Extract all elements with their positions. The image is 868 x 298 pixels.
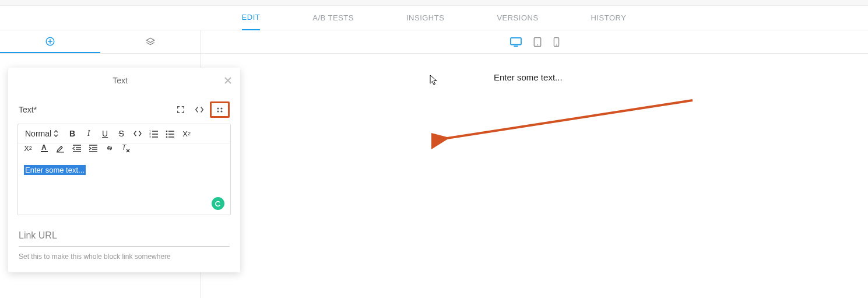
svg-rect-31 [57,152,64,153]
tab-history[interactable]: HISTORY [591,6,627,30]
clear-format-button[interactable]: T [121,143,131,153]
clear-format-icon: T [121,143,131,153]
tab-edit[interactable]: EDIT [242,6,261,30]
ordered-list-icon: 123 [149,129,159,138]
code-button[interactable] [191,103,208,117]
tab-versions[interactable]: VERSIONS [497,6,538,30]
desktop-icon [509,37,522,47]
svg-point-25 [166,134,168,135]
unordered-list-icon [166,129,175,138]
svg-text:3: 3 [149,135,151,138]
link-button[interactable] [104,144,115,152]
mobile-icon [553,37,560,47]
annotation-arrow [431,89,700,153]
strike-button[interactable]: S [116,128,126,139]
panel-close-button[interactable] [224,76,232,85]
cursor-icon [430,75,439,86]
svg-point-14 [220,107,222,109]
panel-title: Text [16,76,224,85]
svg-point-9 [556,44,556,45]
unordered-list-button[interactable] [165,128,175,139]
editor-textarea[interactable]: Enter some text... [18,156,230,215]
linkurl-help: Set this to make this whole block link s… [19,253,230,261]
device-desktop[interactable] [509,37,522,47]
select-caret-icon [53,130,59,137]
codeblock-button[interactable] [132,128,143,139]
svg-point-16 [220,110,222,112]
svg-marker-3 [146,38,154,43]
code-icon [195,106,204,114]
tab-abtests[interactable]: A/B TESTS [312,6,354,30]
indent-icon [89,144,98,152]
link-icon [105,144,114,152]
canvas-placeholder-text[interactable]: Enter some text... [494,72,563,82]
svg-text:A: A [41,143,47,152]
svg-point-27 [166,136,168,138]
format-select-label: Normal [25,129,51,138]
add-tab[interactable] [0,30,100,53]
indent-button[interactable] [88,144,99,152]
fullscreen-button[interactable] [173,103,189,117]
main-tabs: EDIT A/B TESTS INSIGHTS VERSIONS HISTORY [0,6,868,30]
grammarly-badge[interactable] [212,197,224,210]
svg-rect-30 [41,151,48,152]
rich-text-editor: Normal B I U S 123 X2 X2 A [17,124,231,215]
dots-icon [215,106,224,113]
grammarly-icon [215,200,222,207]
text-color-button[interactable]: A [39,143,50,153]
subscript-button[interactable]: X2 [181,128,192,139]
text-edit-panel: Text Text* Normal B I U S [8,68,240,272]
tablet-icon [533,37,542,47]
ordered-list-button[interactable]: 123 [149,128,159,139]
device-tablet[interactable] [533,37,542,47]
canvas-area: Enter some text... [201,30,868,298]
superscript-button[interactable]: X2 [23,144,33,153]
device-mobile[interactable] [553,37,560,47]
highlight-color-button[interactable] [55,143,66,153]
underline-button[interactable]: U [100,128,110,139]
svg-line-10 [443,100,693,139]
linkurl-label: Link URL [19,230,230,242]
svg-text:T: T [122,143,127,152]
outdent-button[interactable] [72,144,82,152]
highlight-icon [56,143,65,153]
layers-icon [145,37,156,47]
svg-point-7 [537,44,538,45]
close-icon [224,76,232,85]
format-select[interactable]: Normal [23,128,61,139]
svg-point-15 [217,110,219,112]
codeblock-icon [133,130,142,137]
field-label: Text* [19,105,170,114]
binding-button[interactable] [210,101,230,118]
svg-point-23 [166,131,168,132]
fullscreen-icon [177,106,185,114]
linkurl-input[interactable] [19,242,230,247]
svg-rect-4 [511,37,521,44]
italic-button[interactable]: I [83,128,94,139]
device-bar [201,30,868,54]
text-color-icon: A [40,143,48,153]
plus-circle-icon [45,36,55,47]
layers-tab[interactable] [100,30,201,53]
bold-button[interactable]: B [67,128,78,139]
tab-insights[interactable]: INSIGHTS [406,6,444,30]
outdent-icon [72,144,82,152]
editor-selected-text: Enter some text... [24,165,86,175]
svg-point-13 [217,107,219,109]
